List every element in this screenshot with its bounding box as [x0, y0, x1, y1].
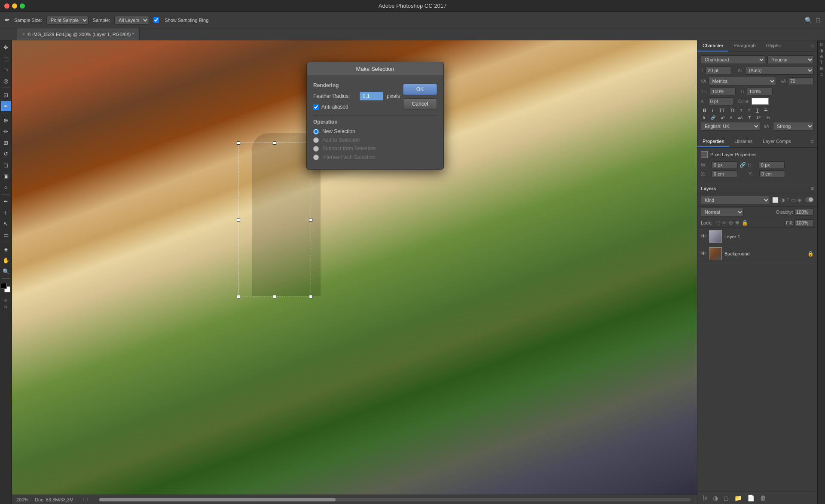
make-selection-dialog[interactable]: Make Selection Rendering Feather Radius:…	[306, 62, 444, 170]
document-tab[interactable]: × © IMG_0529-Edit.jpg @ 200% (Layer 1, R…	[17, 28, 140, 40]
bold-button[interactable]: B	[701, 107, 709, 113]
small-caps-button[interactable]: Tt	[728, 107, 736, 113]
screen-mode-btn[interactable]: ⊡	[4, 305, 7, 309]
super-button[interactable]: T	[738, 107, 745, 113]
fill-input[interactable]	[794, 219, 814, 226]
tool-pen[interactable]: ✒	[1, 196, 11, 206]
layers-menu-button[interactable]: ≡	[811, 185, 814, 191]
font-style-select[interactable]: Regular	[767, 55, 814, 64]
tab-close-icon[interactable]: ×	[22, 32, 25, 36]
ok-button[interactable]: OK	[403, 84, 437, 95]
baseline-input[interactable]	[708, 97, 734, 105]
filter-pixel-icon[interactable]: ⬜	[772, 197, 779, 203]
ord-button[interactable]: aˢ	[719, 115, 727, 120]
color-pair[interactable]	[0, 282, 12, 294]
x-input[interactable]	[712, 170, 737, 177]
tool-3d[interactable]: ◈	[1, 244, 11, 254]
filter-type-icon[interactable]: T	[786, 197, 789, 203]
show-sampling-ring-checkbox[interactable]	[153, 17, 159, 23]
maximize-button[interactable]	[20, 3, 25, 9]
sample-size-select[interactable]: Point Sample	[46, 16, 89, 24]
frac-button[interactable]: ﬁ	[701, 115, 707, 120]
layer-item-1[interactable]: 👁 Layer 1	[697, 228, 817, 245]
lock-position-icon[interactable]: ✏	[722, 220, 727, 226]
tool-path-select[interactable]: ↖	[1, 219, 11, 229]
sub-button[interactable]: T	[746, 107, 753, 113]
scale-v-input[interactable]	[747, 88, 773, 95]
tool-move[interactable]: ✥	[1, 42, 11, 52]
add-to-selection-radio[interactable]	[313, 137, 319, 143]
tool-brush[interactable]: ✏	[1, 126, 11, 137]
anti-aliased-checkbox[interactable]	[313, 104, 319, 110]
tool-healing[interactable]: ⊕	[1, 115, 11, 125]
language-select[interactable]: English: UK	[701, 122, 760, 131]
lig-button[interactable]: 🔗	[709, 115, 718, 120]
properties-menu[interactable]: ≡	[807, 136, 817, 147]
mini-tool-3[interactable]: ⊕	[820, 54, 823, 59]
mini-tool-1[interactable]: ⊡	[820, 42, 823, 47]
tab-glyphs[interactable]: Glyphs	[761, 40, 786, 52]
tool-type[interactable]: T	[1, 207, 11, 218]
aa-method-select[interactable]: Strong	[773, 122, 814, 131]
more-tools-btn[interactable]: …	[4, 311, 8, 315]
feather-input[interactable]	[360, 92, 383, 100]
caps-button[interactable]: A	[728, 115, 735, 120]
tool-rectangle-select[interactable]: ⬚	[1, 53, 11, 64]
cancel-button[interactable]: Cancel	[403, 98, 437, 109]
tool-eraser[interactable]: ◻	[1, 160, 11, 170]
all-caps-button[interactable]: TT	[717, 107, 727, 113]
arrange-icon[interactable]: ⊡	[816, 17, 821, 24]
mini-tool-2[interactable]: ◑	[819, 48, 823, 53]
sub2-button[interactable]: 1ˢᵗ	[754, 115, 763, 120]
tool-crop[interactable]: ⊡	[1, 90, 11, 100]
traffic-lights[interactable]	[4, 3, 25, 9]
background-visibility[interactable]: 👁	[701, 250, 706, 257]
font-size-input[interactable]	[706, 67, 731, 74]
tool-zoom[interactable]: 🔍	[1, 266, 11, 276]
tool-eyedropper[interactable]: ✒	[1, 101, 11, 111]
tab-libraries[interactable]: Libraries	[729, 136, 758, 147]
new-group-button[interactable]: 📁	[733, 494, 743, 502]
search-icon[interactable]: 🔍	[805, 17, 812, 24]
lock-move-icon[interactable]: ✥	[735, 220, 739, 226]
adjustment-button[interactable]: ◑	[711, 494, 720, 502]
character-panel-menu[interactable]: ≡	[807, 40, 817, 52]
delete-layer-button[interactable]: 🗑	[758, 494, 768, 502]
close-button[interactable]	[4, 3, 9, 9]
tracking-select[interactable]: Metrics	[709, 77, 776, 85]
sample-select[interactable]: All Layers	[114, 16, 149, 24]
tool-clone[interactable]: ⊞	[1, 137, 11, 148]
mini-tool-5[interactable]: ⊞	[820, 66, 823, 71]
tab-properties[interactable]: Properties	[697, 136, 729, 147]
filter-smart-icon[interactable]: ◈	[798, 197, 801, 203]
minimize-button[interactable]	[12, 3, 17, 9]
filter-shape-icon[interactable]: ▭	[791, 197, 796, 203]
subtract-radio[interactable]	[313, 146, 319, 152]
strikethrough-button[interactable]: T	[762, 107, 770, 113]
lock-artboard-icon[interactable]: ⊕	[729, 220, 733, 226]
scale-h-input[interactable]	[710, 88, 736, 95]
y-input[interactable]	[759, 170, 785, 177]
tool-dodge[interactable]: ○	[1, 182, 11, 192]
filter-toggle[interactable]	[805, 197, 814, 202]
fraction-button[interactable]: ½	[764, 115, 772, 120]
h-input[interactable]	[759, 161, 785, 168]
tab-character[interactable]: Character	[697, 40, 728, 52]
kerning-input[interactable]	[788, 77, 814, 85]
mini-tool-4[interactable]: T	[820, 60, 822, 65]
tool-hand[interactable]: ✋	[1, 255, 11, 265]
super2-button[interactable]: T	[746, 115, 753, 120]
layers-filter-select[interactable]: Kind	[701, 196, 770, 204]
underline-button[interactable]: T	[754, 107, 761, 113]
lock-all-icon[interactable]: 🔒	[742, 220, 748, 226]
new-selection-radio[interactable]	[313, 129, 319, 134]
new-layer-button[interactable]: 📄	[746, 494, 756, 502]
tool-lasso[interactable]: ⊃	[1, 64, 11, 75]
tool-shape[interactable]: ▭	[1, 230, 11, 240]
quick-mask-btn[interactable]: ◎	[4, 298, 7, 302]
oldstyle-button[interactable]: aA	[736, 115, 745, 120]
mini-tool-6[interactable]: ⊃	[820, 72, 823, 77]
tab-layer-comps[interactable]: Layer Comps	[758, 136, 796, 147]
mask-button[interactable]: ◻	[722, 494, 730, 502]
lock-pixel-icon[interactable]: ⬚	[715, 220, 720, 226]
